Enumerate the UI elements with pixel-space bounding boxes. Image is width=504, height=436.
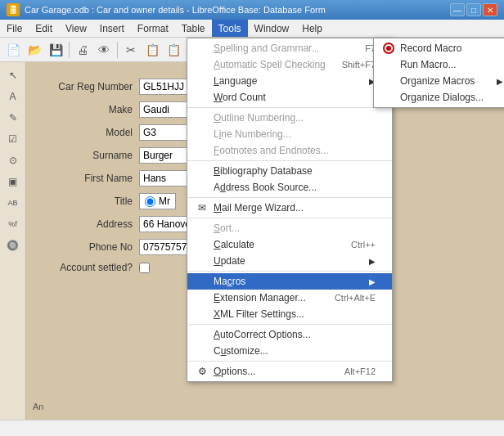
menu-edit[interactable]: Edit [29, 20, 59, 37]
menu-linenumber[interactable]: Line Numbering... [187, 126, 392, 142]
menu-addressbook[interactable]: Address Book Source... [187, 179, 392, 196]
macros-submenu: Record Macro Run Macro... Organize Macro… [373, 38, 504, 108]
menu-wordcount[interactable]: Word Count [187, 89, 392, 106]
menu-xmlfilter[interactable]: XML Filter Settings... [187, 306, 392, 322]
menu-table[interactable]: Table [175, 20, 212, 37]
save-button[interactable]: 💾 [46, 40, 65, 60]
organize-macros-arrow: ▶ [497, 77, 503, 86]
menu-file[interactable]: File [0, 20, 29, 37]
app-icon: 🗄 [7, 3, 20, 16]
menu-footnotes[interactable]: Footnotes and Endnotes... [187, 142, 392, 159]
menu-autospell[interactable]: Automatic Spell Checking Shift+F7 [187, 56, 392, 73]
macros-label: Macros [214, 276, 245, 287]
model-label: Model [43, 127, 133, 138]
autospell-shortcut: Shift+F7 [326, 60, 376, 70]
options-shortcut: Alt+F12 [328, 366, 376, 376]
update-arrow: ▶ [369, 257, 376, 266]
label-tool[interactable]: AB [3, 193, 23, 213]
radio-tool[interactable]: ⊙ [3, 151, 23, 170]
print-button[interactable]: 🖨 [73, 40, 92, 60]
cut-button[interactable]: ✂ [121, 40, 141, 60]
maximize-button[interactable]: □ [466, 3, 481, 16]
title-label: Title [43, 196, 133, 207]
text-tool[interactable]: A [3, 87, 23, 106]
addressbook-label: Address Book Source... [214, 182, 317, 193]
customize-label: Customize... [214, 345, 268, 357]
format-tool[interactable]: %f [3, 214, 23, 234]
sep-5 [187, 271, 392, 272]
footnotes-label: Footnotes and Endnotes... [214, 145, 329, 156]
autocorrect-label: AutoCorrect Options... [214, 329, 311, 340]
sep-1 [187, 107, 392, 108]
organize-dialogs-label: Organize Dialogs... [400, 92, 484, 103]
tools-menu: Spelling and Grammar... F7 Automatic Spe… [187, 38, 393, 382]
list-tool[interactable]: ▣ [3, 172, 23, 191]
paste-button[interactable]: 📋 [164, 40, 183, 60]
menu-organize-macros[interactable]: Organize Macros ▶ [374, 73, 504, 89]
window-controls: — □ ✕ [450, 3, 497, 16]
record-macro-label: Record Macro [400, 43, 461, 54]
menu-run-macro[interactable]: Run Macro... [374, 56, 504, 73]
status-bar [0, 420, 504, 436]
menu-help[interactable]: Help [295, 20, 329, 37]
menu-extension[interactable]: Extension Manager... Ctrl+Alt+E [187, 290, 392, 306]
new-button[interactable]: 📄 [3, 40, 23, 60]
menu-insert[interactable]: Insert [93, 20, 131, 37]
record-macro-icon [380, 43, 397, 54]
menu-format[interactable]: Format [131, 20, 175, 37]
menu-record-macro[interactable]: Record Macro [374, 40, 504, 56]
menu-autocorrect[interactable]: AutoCorrect Options... [187, 326, 392, 343]
sort-label: Sort... [214, 222, 240, 234]
options-label: Options... [214, 366, 255, 377]
organize-macros-label: Organize Macros [400, 75, 475, 87]
surname-label: Surname [43, 150, 133, 161]
edit-tool[interactable]: ✎ [3, 108, 23, 128]
minimize-button[interactable]: — [450, 3, 465, 16]
toolbar-sep-2 [117, 42, 118, 58]
spelling-label: Spelling and Grammar... [214, 43, 319, 54]
copy-button[interactable]: 📋 [142, 40, 162, 60]
run-macro-label: Run Macro... [400, 59, 457, 70]
phone-label: Phone No [43, 241, 133, 253]
macros-arrow: ▶ [369, 277, 376, 286]
menu-outline[interactable]: Outline Numbering... [187, 110, 392, 126]
menu-mailmerge[interactable]: ✉ Mail Merge Wizard... [187, 200, 392, 216]
menu-window[interactable]: Window [248, 20, 296, 37]
open-button[interactable]: 📂 [25, 40, 44, 60]
toolbar-sep-1 [69, 42, 70, 58]
close-button[interactable]: ✕ [483, 3, 497, 16]
preview-button[interactable]: 👁 [94, 40, 114, 60]
menu-options[interactable]: ⚙ Options... Alt+F12 [187, 363, 392, 380]
account-checkbox[interactable] [139, 263, 150, 273]
menu-customize[interactable]: Customize... [187, 343, 392, 359]
menu-tools[interactable]: Tools [212, 20, 248, 37]
autospell-label: Automatic Spell Checking [214, 59, 326, 70]
menu-update[interactable]: Update ▶ [187, 253, 392, 269]
menu-bibliography[interactable]: Bibliography Database [187, 163, 392, 179]
menu-spelling[interactable]: Spelling and Grammar... F7 [187, 40, 392, 56]
left-toolbar: ↖ A ✎ ☑ ⊙ ▣ AB %f 🔘 [0, 62, 26, 436]
nav-tool[interactable]: 🔘 [3, 236, 23, 255]
select-tool[interactable]: ↖ [3, 65, 23, 85]
title-radio-group: Mr [139, 193, 176, 209]
sep-2 [187, 160, 392, 161]
menu-language[interactable]: Language ▶ [187, 73, 392, 89]
account-label: Account settled? [43, 262, 133, 273]
menu-macros[interactable]: Macros ▶ [187, 273, 392, 290]
sep-7 [187, 361, 392, 362]
checkbox-tool[interactable]: ☑ [3, 129, 23, 149]
window-title: Car Garage.odb : Car and owner details -… [25, 5, 445, 15]
menu-view[interactable]: View [59, 20, 93, 37]
menu-calculate[interactable]: Calculate Ctrl++ [187, 236, 392, 253]
car-reg-label: Car Reg Number [43, 81, 133, 92]
bibliography-label: Bibliography Database [214, 165, 313, 177]
menu-organize-dialogs[interactable]: Organize Dialogs... [374, 89, 504, 106]
title-radio-mr[interactable] [145, 196, 155, 207]
sep-3 [187, 197, 392, 198]
linenumber-label: Line Numbering... [214, 128, 291, 140]
menu-sort[interactable]: Sort... [187, 220, 392, 236]
menu-bar: File Edit View Insert Format Table Tools… [0, 20, 504, 38]
sep-6 [187, 324, 392, 325]
extension-shortcut: Ctrl+Alt+E [318, 293, 376, 303]
mailmerge-icon: ✉ [194, 202, 210, 214]
